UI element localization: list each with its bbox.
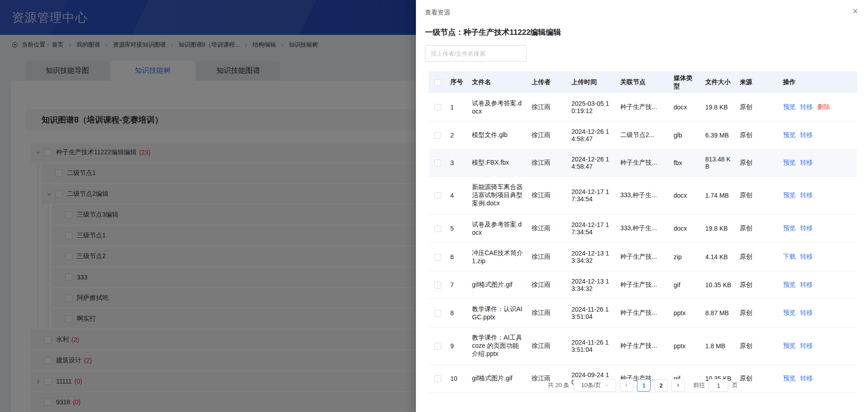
action-link-转移[interactable]: 转移 — [800, 131, 813, 138]
action-link-预览[interactable]: 预览 — [783, 103, 796, 110]
search-input[interactable] — [425, 45, 527, 62]
cell-uploader: 徐江雨 — [528, 129, 568, 142]
row-checkbox[interactable] — [434, 282, 441, 289]
column-header: 上传时间 — [568, 76, 617, 89]
action-link-转移[interactable]: 转移 — [800, 281, 813, 288]
page-size-select[interactable]: 10条/页 — [574, 379, 616, 392]
cell-upload-time: 2024-11-26 13:51:04 — [568, 303, 617, 322]
page-button-2[interactable]: 2 — [654, 379, 668, 392]
cell-linked-node: 种子生产技... — [617, 101, 670, 114]
cell-actions: 预览转移 — [779, 279, 857, 291]
action-link-转移[interactable]: 转移 — [800, 191, 813, 199]
close-icon[interactable]: × — [852, 6, 858, 16]
table-row: 1试卷及参考答案.docx徐江雨2025-03-05 10:19:12种子生产技… — [429, 93, 857, 122]
table-row: 6冲压CAE技术简介1.zip徐江雨2024-12-13 13:34:32种子生… — [429, 243, 857, 271]
cell-upload-time: 2024-12-26 14:58:47 — [568, 126, 617, 145]
cell-source: 原创 — [736, 129, 779, 142]
column-header: 文件大小 — [702, 76, 736, 89]
cell-linked-node: 种子生产技... — [617, 279, 670, 291]
action-link-预览[interactable]: 预览 — [783, 281, 796, 288]
drawer-toolbar — [425, 45, 527, 62]
cell-media-type: fbx — [670, 157, 702, 169]
action-link-转移[interactable]: 转移 — [800, 309, 813, 316]
cell-index: 3 — [447, 157, 468, 169]
action-link-预览[interactable]: 预览 — [783, 309, 796, 316]
row-checkbox[interactable] — [434, 104, 441, 111]
cell-source: 原创 — [736, 307, 779, 319]
action-link-预览[interactable]: 预览 — [783, 224, 796, 232]
cell-upload-time: 2024-12-17 17:34:54 — [568, 186, 617, 205]
action-link-转移[interactable]: 转移 — [800, 224, 813, 232]
next-page-button[interactable] — [671, 379, 685, 392]
page-button-1[interactable]: 1 — [637, 379, 651, 392]
cell-file-size: 19.8 KB — [702, 101, 736, 113]
cell-file-size: 1.74 MB — [702, 189, 736, 201]
cell-linked-node: 种子生产技... — [617, 251, 670, 263]
chevron-right-icon — [676, 383, 680, 388]
chevron-down-icon — [604, 383, 609, 388]
action-link-转移[interactable]: 转移 — [800, 342, 813, 349]
cell-filename: 冲压CAE技术简介1.zip — [468, 247, 528, 267]
pagination: 共 20 条 10条/页 12 前往 页 — [429, 379, 857, 392]
row-checkbox[interactable] — [434, 254, 441, 260]
action-link-转移[interactable]: 转移 — [800, 103, 813, 110]
action-link-预览[interactable]: 预览 — [783, 191, 796, 199]
row-checkbox-cell — [429, 279, 447, 291]
column-header: 来源 — [736, 76, 779, 89]
cell-filename: 模型文件.glb — [468, 129, 528, 142]
cell-media-type: pptx — [670, 307, 702, 319]
row-checkbox-cell — [429, 251, 447, 263]
cell-media-type: zip — [670, 251, 702, 263]
cell-media-type: glb — [670, 129, 702, 141]
action-link-转移[interactable]: 转移 — [800, 159, 813, 166]
action-link-预览[interactable]: 预览 — [783, 342, 796, 349]
cell-file-size: 8.87 MB — [702, 307, 736, 319]
cell-upload-time: 2024-12-13 13:34:32 — [568, 247, 617, 266]
chevron-left-icon — [624, 383, 629, 388]
node-label: 一级节点：种子生产技术11222编辑编辑 — [425, 27, 561, 38]
row-checkbox-cell — [429, 341, 447, 352]
table-row: 4新能源骑车离合器活塞试制项目典型案例.docx徐江雨2024-12-17 17… — [429, 177, 857, 214]
row-checkbox[interactable] — [434, 192, 441, 199]
total-count: 共 20 条 — [548, 381, 570, 389]
cell-source: 原创 — [736, 222, 779, 235]
cell-actions: 下载转移 — [779, 251, 857, 263]
row-checkbox[interactable] — [434, 343, 441, 350]
row-checkbox-cell — [429, 223, 447, 234]
cell-source: 原创 — [736, 101, 779, 114]
cell-index: 2 — [447, 129, 468, 141]
cell-file-size: 19.8 KB — [702, 223, 736, 234]
cell-linked-node: 二级节点2... — [617, 129, 670, 142]
goto-page-input[interactable] — [708, 379, 728, 392]
row-checkbox[interactable] — [434, 310, 441, 317]
cell-actions: 预览转移 — [779, 156, 857, 169]
row-checkbox-cell — [429, 102, 447, 113]
row-checkbox[interactable] — [434, 160, 441, 166]
action-link-预览[interactable]: 预览 — [783, 159, 796, 166]
cell-uploader: 徐江雨 — [528, 156, 568, 169]
action-link-下载[interactable]: 下载 — [783, 253, 796, 260]
table-row: 7gif格式图片.gif徐江雨2024-12-13 13:34:32种子生产技.… — [429, 271, 857, 299]
prev-page-button[interactable] — [620, 379, 633, 392]
row-checkbox-cell — [429, 308, 447, 319]
action-link-预览[interactable]: 预览 — [783, 131, 796, 138]
cell-uploader: 徐江雨 — [528, 307, 568, 319]
cell-linked-node: 种子生产技... — [617, 340, 670, 352]
action-link-转移[interactable]: 转移 — [800, 253, 813, 260]
cell-uploader: 徐江雨 — [528, 279, 568, 291]
cell-filename: 教学课件：认识AIGC.pptx — [468, 303, 528, 323]
cell-media-type: pptx — [670, 340, 702, 352]
cell-source: 原创 — [736, 340, 779, 352]
column-header: 关联节点 — [617, 76, 670, 89]
row-checkbox[interactable] — [434, 132, 441, 139]
row-checkbox[interactable] — [434, 225, 441, 232]
cell-upload-time: 2024-12-17 17:34:54 — [568, 219, 617, 238]
goto-label: 前往 — [693, 381, 705, 389]
cell-file-size: 6.39 MB — [702, 129, 736, 141]
cell-index: 5 — [447, 223, 468, 234]
row-checkbox-cell — [429, 130, 447, 141]
select-all-checkbox[interactable] — [434, 79, 441, 86]
row-checkbox-cell — [429, 190, 447, 201]
column-header: 媒体类型 — [670, 72, 702, 93]
action-link-删除[interactable]: 删除 — [817, 103, 830, 110]
